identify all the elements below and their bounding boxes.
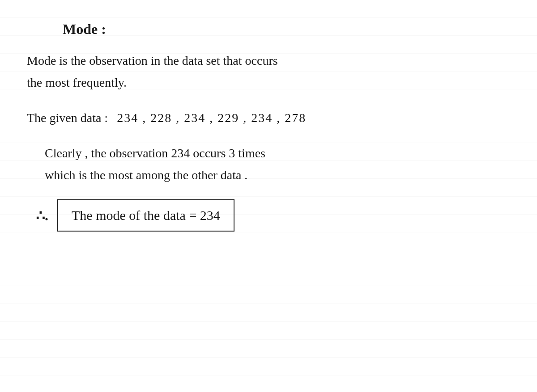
given-data-label: The given data : — [27, 107, 108, 129]
result-wrapper: ∴. The mode of the data = 234 — [36, 199, 510, 232]
clearly-block: Clearly , the observation 234 occurs 3 t… — [45, 142, 510, 186]
given-data-block: The given data : 234 , 228 , 234 , 229 ,… — [27, 107, 510, 129]
clearly-line2: which is the most among the other data . — [45, 164, 510, 186]
definition-block: Mode is the observation in the data set … — [27, 50, 510, 93]
data-values: 234 , 228 , 234 , 229 , 234 , 278 — [117, 107, 306, 129]
clearly-line1: Clearly , the observation 234 occurs 3 t… — [45, 142, 510, 164]
title: Mode : — [63, 18, 510, 41]
given-data-line: The given data : 234 , 228 , 234 , 229 ,… — [27, 107, 510, 129]
definition-line2: the most frequently. — [27, 72, 510, 93]
content: Mode : Mode is the observation in the da… — [0, 0, 537, 392]
therefore-symbol: ∴. — [36, 204, 48, 227]
result-box: The mode of the data = 234 — [57, 199, 234, 232]
definition-line1: Mode is the observation in the data set … — [27, 50, 510, 72]
page: Mode : Mode is the observation in the da… — [0, 0, 537, 392]
